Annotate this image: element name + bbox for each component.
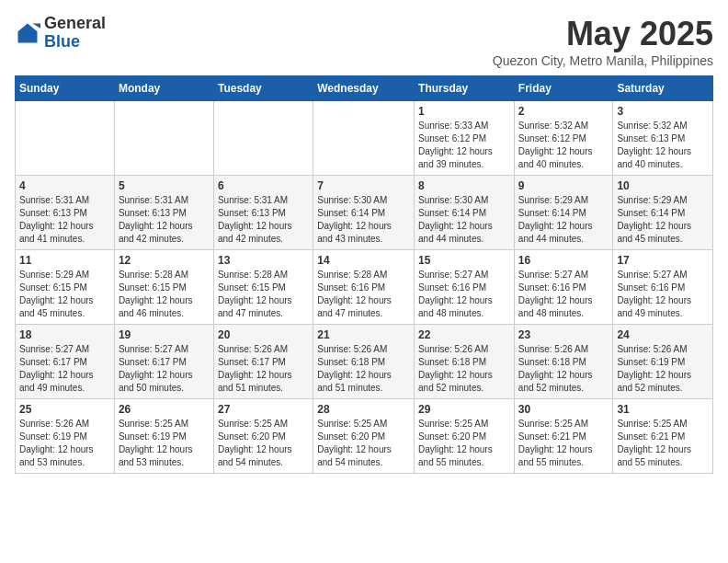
day-info: Sunrise: 5:26 AM Sunset: 6:19 PM Dayligh… xyxy=(19,418,110,469)
day-info: Sunrise: 5:27 AM Sunset: 6:16 PM Dayligh… xyxy=(617,269,709,320)
day-cell: 4Sunrise: 5:31 AM Sunset: 6:13 PM Daylig… xyxy=(16,176,115,250)
day-header-monday: Monday xyxy=(114,76,213,101)
day-cell: 31Sunrise: 5:25 AM Sunset: 6:21 PM Dayli… xyxy=(613,399,713,474)
logo-text: General Blue xyxy=(44,15,106,52)
week-row-4: 18Sunrise: 5:27 AM Sunset: 6:17 PM Dayli… xyxy=(16,325,713,399)
day-info: Sunrise: 5:25 AM Sunset: 6:20 PM Dayligh… xyxy=(218,418,309,469)
day-info: Sunrise: 5:28 AM Sunset: 6:15 PM Dayligh… xyxy=(218,269,309,320)
day-number: 5 xyxy=(119,179,210,192)
day-number: 4 xyxy=(19,179,110,192)
day-cell xyxy=(16,101,115,176)
day-number: 31 xyxy=(617,403,709,416)
day-cell: 27Sunrise: 5:25 AM Sunset: 6:20 PM Dayli… xyxy=(213,399,313,474)
day-cell: 28Sunrise: 5:25 AM Sunset: 6:20 PM Dayli… xyxy=(313,399,415,474)
day-info: Sunrise: 5:31 AM Sunset: 6:13 PM Dayligh… xyxy=(119,194,210,246)
month-title: May 2025 xyxy=(493,15,713,53)
logo-icon xyxy=(15,20,40,46)
day-info: Sunrise: 5:26 AM Sunset: 6:18 PM Dayligh… xyxy=(418,343,510,395)
svg-marker-1 xyxy=(32,23,40,28)
day-cell: 2Sunrise: 5:32 AM Sunset: 6:12 PM Daylig… xyxy=(514,101,613,176)
calendar-table: SundayMondayTuesdayWednesdayThursdayFrid… xyxy=(15,75,713,474)
day-info: Sunrise: 5:29 AM Sunset: 6:14 PM Dayligh… xyxy=(617,194,709,246)
day-number: 9 xyxy=(518,179,609,192)
day-number: 16 xyxy=(518,254,609,267)
day-cell: 9Sunrise: 5:29 AM Sunset: 6:14 PM Daylig… xyxy=(514,176,613,250)
day-info: Sunrise: 5:27 AM Sunset: 6:16 PM Dayligh… xyxy=(418,269,510,320)
day-info: Sunrise: 5:27 AM Sunset: 6:17 PM Dayligh… xyxy=(19,343,110,395)
day-number: 14 xyxy=(317,254,410,267)
day-number: 3 xyxy=(617,105,709,118)
day-header-tuesday: Tuesday xyxy=(213,76,313,101)
day-info: Sunrise: 5:33 AM Sunset: 6:12 PM Dayligh… xyxy=(418,120,510,171)
day-info: Sunrise: 5:31 AM Sunset: 6:13 PM Dayligh… xyxy=(19,194,110,246)
day-header-thursday: Thursday xyxy=(415,76,515,101)
day-cell: 12Sunrise: 5:28 AM Sunset: 6:15 PM Dayli… xyxy=(114,250,213,325)
day-number: 6 xyxy=(218,179,309,192)
day-number: 29 xyxy=(418,403,510,416)
day-info: Sunrise: 5:25 AM Sunset: 6:21 PM Dayligh… xyxy=(518,418,609,469)
day-number: 11 xyxy=(19,254,110,267)
day-cell: 17Sunrise: 5:27 AM Sunset: 6:16 PM Dayli… xyxy=(613,250,713,325)
day-number: 26 xyxy=(119,403,210,416)
day-info: Sunrise: 5:28 AM Sunset: 6:16 PM Dayligh… xyxy=(317,269,410,320)
week-row-1: 1Sunrise: 5:33 AM Sunset: 6:12 PM Daylig… xyxy=(16,101,713,176)
day-cell: 10Sunrise: 5:29 AM Sunset: 6:14 PM Dayli… xyxy=(613,176,713,250)
day-number: 30 xyxy=(518,403,609,416)
day-cell: 1Sunrise: 5:33 AM Sunset: 6:12 PM Daylig… xyxy=(415,101,515,176)
day-cell: 24Sunrise: 5:26 AM Sunset: 6:19 PM Dayli… xyxy=(613,325,713,399)
location: Quezon City, Metro Manila, Philippines xyxy=(493,53,713,68)
day-number: 15 xyxy=(418,254,510,267)
day-info: Sunrise: 5:28 AM Sunset: 6:15 PM Dayligh… xyxy=(119,269,210,320)
day-cell: 23Sunrise: 5:26 AM Sunset: 6:18 PM Dayli… xyxy=(514,325,613,399)
day-cell: 8Sunrise: 5:30 AM Sunset: 6:14 PM Daylig… xyxy=(415,176,515,250)
day-info: Sunrise: 5:31 AM Sunset: 6:13 PM Dayligh… xyxy=(218,194,309,246)
day-info: Sunrise: 5:26 AM Sunset: 6:17 PM Dayligh… xyxy=(218,343,309,395)
day-cell: 7Sunrise: 5:30 AM Sunset: 6:14 PM Daylig… xyxy=(313,176,415,250)
day-number: 25 xyxy=(19,403,110,416)
day-header-wednesday: Wednesday xyxy=(313,76,415,101)
day-info: Sunrise: 5:25 AM Sunset: 6:20 PM Dayligh… xyxy=(418,418,510,469)
day-number: 10 xyxy=(617,179,709,192)
day-cell: 29Sunrise: 5:25 AM Sunset: 6:20 PM Dayli… xyxy=(415,399,515,474)
day-info: Sunrise: 5:25 AM Sunset: 6:20 PM Dayligh… xyxy=(317,418,410,469)
day-cell: 15Sunrise: 5:27 AM Sunset: 6:16 PM Dayli… xyxy=(415,250,515,325)
day-cell: 5Sunrise: 5:31 AM Sunset: 6:13 PM Daylig… xyxy=(114,176,213,250)
day-info: Sunrise: 5:29 AM Sunset: 6:15 PM Dayligh… xyxy=(19,269,110,320)
day-number: 2 xyxy=(518,105,609,118)
day-cell: 16Sunrise: 5:27 AM Sunset: 6:16 PM Dayli… xyxy=(514,250,613,325)
day-number: 18 xyxy=(19,328,110,341)
day-number: 24 xyxy=(617,328,709,341)
day-info: Sunrise: 5:30 AM Sunset: 6:14 PM Dayligh… xyxy=(317,194,410,246)
header-row: SundayMondayTuesdayWednesdayThursdayFrid… xyxy=(16,76,713,101)
day-number: 27 xyxy=(218,403,309,416)
day-header-sunday: Sunday xyxy=(16,76,115,101)
day-number: 13 xyxy=(218,254,309,267)
day-cell: 13Sunrise: 5:28 AM Sunset: 6:15 PM Dayli… xyxy=(213,250,313,325)
day-number: 28 xyxy=(317,403,410,416)
day-info: Sunrise: 5:32 AM Sunset: 6:13 PM Dayligh… xyxy=(617,120,709,171)
day-info: Sunrise: 5:30 AM Sunset: 6:14 PM Dayligh… xyxy=(418,194,510,246)
day-info: Sunrise: 5:27 AM Sunset: 6:17 PM Dayligh… xyxy=(119,343,210,395)
day-number: 21 xyxy=(317,328,410,341)
day-header-saturday: Saturday xyxy=(613,76,713,101)
day-cell: 30Sunrise: 5:25 AM Sunset: 6:21 PM Dayli… xyxy=(514,399,613,474)
day-number: 19 xyxy=(119,328,210,341)
day-number: 23 xyxy=(518,328,609,341)
day-cell: 22Sunrise: 5:26 AM Sunset: 6:18 PM Dayli… xyxy=(415,325,515,399)
day-number: 7 xyxy=(317,179,410,192)
day-number: 1 xyxy=(418,105,510,118)
day-info: Sunrise: 5:25 AM Sunset: 6:19 PM Dayligh… xyxy=(119,418,210,469)
day-cell: 14Sunrise: 5:28 AM Sunset: 6:16 PM Dayli… xyxy=(313,250,415,325)
day-cell: 6Sunrise: 5:31 AM Sunset: 6:13 PM Daylig… xyxy=(213,176,313,250)
day-cell: 26Sunrise: 5:25 AM Sunset: 6:19 PM Dayli… xyxy=(114,399,213,474)
day-number: 12 xyxy=(119,254,210,267)
week-row-3: 11Sunrise: 5:29 AM Sunset: 6:15 PM Dayli… xyxy=(16,250,713,325)
day-cell: 25Sunrise: 5:26 AM Sunset: 6:19 PM Dayli… xyxy=(16,399,115,474)
logo: General Blue xyxy=(15,15,106,52)
day-header-friday: Friday xyxy=(514,76,613,101)
day-cell: 21Sunrise: 5:26 AM Sunset: 6:18 PM Dayli… xyxy=(313,325,415,399)
day-info: Sunrise: 5:26 AM Sunset: 6:18 PM Dayligh… xyxy=(518,343,609,395)
day-number: 8 xyxy=(418,179,510,192)
page-header: General Blue May 2025 Quezon City, Metro… xyxy=(15,15,713,68)
day-cell: 20Sunrise: 5:26 AM Sunset: 6:17 PM Dayli… xyxy=(213,325,313,399)
